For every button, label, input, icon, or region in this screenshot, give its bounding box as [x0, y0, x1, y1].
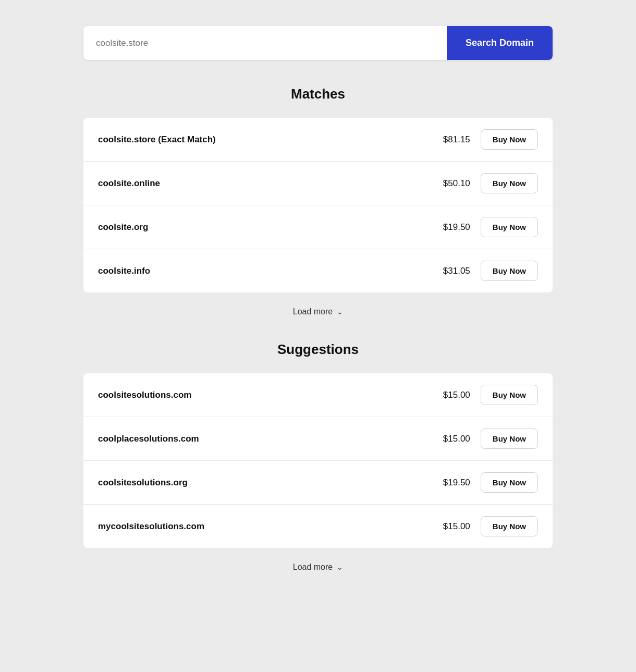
domain-price: $15.00: [434, 521, 470, 532]
table-row: coolsite.store (Exact Match) $81.15 Buy …: [83, 118, 553, 162]
domain-price: $15.00: [434, 390, 470, 400]
domain-price: $15.00: [434, 434, 470, 444]
matches-load-more-container: Load more ⌄: [83, 292, 553, 331]
matches-title: Matches: [83, 86, 553, 102]
domain-name: coolsite.online: [98, 178, 160, 189]
search-bar: Search Domain: [83, 26, 553, 60]
suggestions-section: Suggestions coolsitesolutions.com $15.00…: [83, 341, 553, 587]
buy-now-button[interactable]: Buy Now: [481, 173, 538, 193]
suggestions-list: coolsitesolutions.com $15.00 Buy Now coo…: [83, 373, 553, 548]
domain-price: $19.50: [434, 478, 470, 488]
table-row: coolplacesolutions.com $15.00 Buy Now: [83, 417, 553, 461]
suggestions-load-more-button[interactable]: Load more ⌄: [293, 563, 344, 572]
buy-now-button[interactable]: Buy Now: [481, 385, 538, 405]
table-row: mycoolsitesolutions.com $15.00 Buy Now: [83, 505, 553, 548]
chevron-down-icon: ⌄: [337, 308, 343, 316]
suggestions-load-more-container: Load more ⌄: [83, 548, 553, 587]
table-row: coolsite.org $19.50 Buy Now: [83, 205, 553, 249]
buy-now-button[interactable]: Buy Now: [481, 217, 538, 237]
buy-now-button[interactable]: Buy Now: [481, 429, 538, 449]
table-row: coolsitesolutions.com $15.00 Buy Now: [83, 373, 553, 417]
domain-name: coolsite.info: [98, 266, 150, 276]
domain-price: $19.50: [434, 222, 470, 233]
page-container: Search Domain Matches coolsite.store (Ex…: [83, 26, 553, 646]
domain-price: $81.15: [434, 135, 470, 145]
buy-now-button[interactable]: Buy Now: [481, 472, 538, 493]
domain-price: $31.05: [434, 266, 470, 276]
matches-load-more-button[interactable]: Load more ⌄: [293, 307, 344, 316]
chevron-down-icon: ⌄: [337, 563, 343, 571]
matches-list: coolsite.store (Exact Match) $81.15 Buy …: [83, 118, 553, 292]
domain-name: coolplacesolutions.com: [98, 434, 199, 444]
domain-name: coolsite.store (Exact Match): [98, 135, 216, 145]
table-row: coolsite.info $31.05 Buy Now: [83, 249, 553, 292]
domain-name: coolsite.org: [98, 222, 148, 233]
buy-now-button[interactable]: Buy Now: [481, 129, 538, 150]
matches-section: Matches coolsite.store (Exact Match) $81…: [83, 86, 553, 331]
domain-name: mycoolsitesolutions.com: [98, 521, 204, 532]
buy-now-button[interactable]: Buy Now: [481, 261, 538, 281]
domain-name: coolsitesolutions.org: [98, 478, 188, 488]
domain-price: $50.10: [434, 178, 470, 189]
domain-name: coolsitesolutions.com: [98, 390, 191, 400]
table-row: coolsitesolutions.org $19.50 Buy Now: [83, 461, 553, 505]
suggestions-title: Suggestions: [83, 341, 553, 358]
search-domain-button[interactable]: Search Domain: [447, 26, 553, 60]
table-row: coolsite.online $50.10 Buy Now: [83, 162, 553, 205]
search-input[interactable]: [83, 26, 447, 60]
buy-now-button[interactable]: Buy Now: [481, 516, 538, 536]
